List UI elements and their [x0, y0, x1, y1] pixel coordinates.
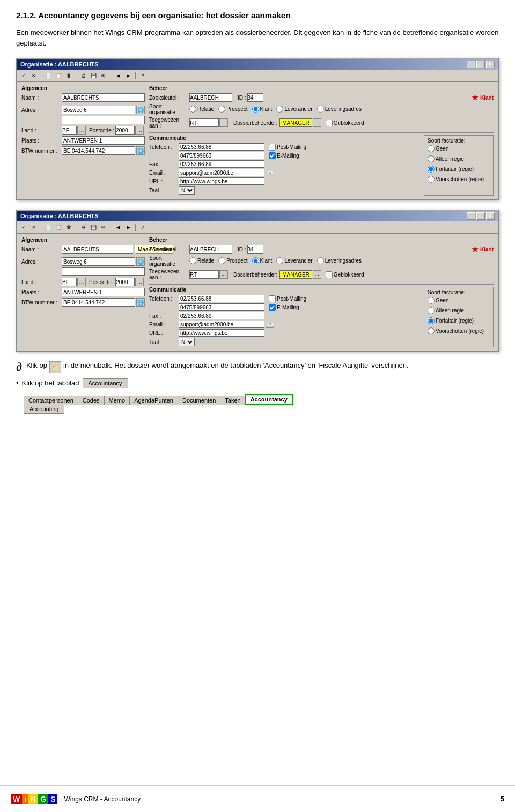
radio-relatie[interactable]: Relatie: [189, 106, 214, 113]
adres-globe-icon[interactable]: 🌐: [136, 106, 145, 114]
toolbar2-delete-icon[interactable]: 🗑: [64, 223, 73, 232]
tab-documenten[interactable]: Documenten: [178, 396, 220, 405]
minimize-button[interactable]: _: [467, 61, 475, 68]
radio-leverancier[interactable]: Leverancier: [276, 106, 312, 113]
toolbar2-help-icon[interactable]: ?: [138, 223, 147, 232]
toolbar2-save-icon[interactable]: 💾: [89, 223, 98, 232]
toolbar2-new-icon[interactable]: 📄: [44, 223, 53, 232]
radio2-leveringsadres[interactable]: Leveringsadres: [317, 257, 362, 264]
post-mailing2-check[interactable]: Post-Mailing: [269, 295, 306, 302]
toolbar-delete-icon[interactable]: 🗑: [64, 71, 73, 80]
tab-agendapunten[interactable]: AgendaPunten: [129, 396, 178, 405]
naam2-input[interactable]: [62, 245, 133, 254]
toolbar2-copy-icon[interactable]: 📋: [54, 223, 63, 232]
geblokkeerd-check[interactable]: Geblokkeerd: [326, 120, 364, 126]
land-input[interactable]: [62, 126, 77, 135]
toolbar-new-icon[interactable]: 📄: [44, 71, 53, 80]
adres2b-globe-icon[interactable]: 🌐: [136, 257, 145, 266]
accountancy-tab-inline[interactable]: Accountancy: [83, 378, 128, 388]
postcode-input[interactable]: [115, 126, 135, 135]
plaats2b-input[interactable]: [62, 288, 145, 296]
radio-forfaitair[interactable]: Forfaitair (regie): [428, 166, 490, 173]
postcode-btn[interactable]: …: [135, 126, 144, 135]
maximize-button[interactable]: □: [476, 61, 485, 68]
url-input[interactable]: [179, 177, 264, 185]
toolbar2-print-icon[interactable]: 🖨: [79, 223, 87, 232]
naam-input[interactable]: [62, 93, 145, 102]
btw2b-input[interactable]: [62, 298, 135, 307]
radio-prospect[interactable]: Prospect: [218, 106, 247, 113]
land-btn[interactable]: …: [77, 126, 86, 135]
toegewezen-input[interactable]: [189, 118, 219, 127]
toolbar-close-icon[interactable]: ✕: [30, 71, 38, 80]
toolbar-save-icon[interactable]: 💾: [89, 71, 98, 80]
tab-taken[interactable]: Taken: [220, 396, 245, 405]
maximize-button-2[interactable]: □: [476, 212, 485, 220]
geblokkeerd-checkbox[interactable]: [326, 120, 333, 126]
toolbar2-close-icon[interactable]: ✕: [30, 223, 38, 232]
taal-select[interactable]: N F E: [179, 186, 195, 195]
e-mailing2-checkbox[interactable]: [269, 304, 276, 311]
tab-bar[interactable]: Contactpersonen Codes Memo AgendaPunten …: [24, 394, 499, 405]
telefoon2-input[interactable]: [179, 295, 264, 302]
radio2-relatie[interactable]: Relatie: [189, 257, 214, 264]
post-mailing2-checkbox[interactable]: [269, 295, 276, 302]
email2-input[interactable]: [179, 321, 264, 328]
radio-leveringsadres[interactable]: Leveringsadres: [317, 106, 362, 113]
land2b-input[interactable]: [62, 278, 77, 286]
email-icon-btn[interactable]: 📧: [266, 169, 274, 176]
toolbar-copy-icon[interactable]: 📋: [54, 71, 63, 80]
tab-codes[interactable]: Codes: [78, 396, 105, 405]
adres-input[interactable]: [62, 106, 135, 114]
toegewezen-btn[interactable]: …: [219, 118, 228, 127]
toolbar-print-icon[interactable]: 🖨: [79, 71, 87, 80]
radio2-leverancier[interactable]: Leverancier: [276, 257, 312, 264]
e-mailing-check[interactable]: E-Mailing: [269, 152, 299, 159]
toolbar-email-icon[interactable]: ✉: [99, 71, 108, 80]
dossier2-btn[interactable]: …: [313, 270, 321, 279]
adres2b2-input[interactable]: [62, 267, 145, 276]
toolbar-check-icon[interactable]: ✓: [19, 71, 28, 80]
post-mailing-check[interactable]: Post-Mailing: [269, 144, 306, 151]
radio2-voorschotten[interactable]: Voorschotten (regie): [428, 327, 490, 334]
btw2b-globe-icon[interactable]: 🌐: [136, 298, 145, 307]
tab-contactpersonen[interactable]: Contactpersonen: [24, 396, 78, 405]
radio2-prospect[interactable]: Prospect: [218, 257, 247, 264]
tab-memo[interactable]: Memo: [104, 396, 130, 405]
fax-input[interactable]: [179, 160, 264, 168]
telefoon-input[interactable]: [179, 143, 264, 151]
close-button[interactable]: ✕: [486, 61, 495, 68]
gsm2-input[interactable]: [179, 303, 264, 311]
radio-voorschotten[interactable]: Voorschotten (regie): [428, 176, 490, 183]
fax2-input[interactable]: [179, 312, 264, 319]
adres2b-input[interactable]: [62, 257, 135, 266]
close-button-2[interactable]: ✕: [486, 212, 495, 220]
toolbar-next-icon[interactable]: ▶: [124, 71, 133, 80]
radio-alleen-regie[interactable]: Alleen regie: [428, 155, 490, 162]
toolbar-prev-icon[interactable]: ◀: [114, 71, 122, 80]
geblokkeerd2-checkbox[interactable]: [326, 271, 333, 278]
e-mailing-checkbox[interactable]: [269, 152, 276, 159]
postcode2b-input[interactable]: [115, 278, 135, 286]
id-input[interactable]: [247, 93, 263, 102]
zoeksleutel2-input[interactable]: [189, 245, 232, 254]
geblokkeerd2-check[interactable]: Geblokkeerd: [326, 271, 364, 278]
radio-geen[interactable]: Geen: [428, 145, 490, 152]
toolbar-help-icon[interactable]: ?: [138, 71, 147, 80]
radio2-geen[interactable]: Geen: [428, 297, 490, 304]
email2-icon-btn[interactable]: 📧: [266, 321, 274, 328]
post-mailing-checkbox[interactable]: [269, 144, 276, 151]
adres2-input[interactable]: [62, 116, 145, 124]
postcode2b-btn[interactable]: …: [135, 278, 144, 286]
dossier-btn[interactable]: …: [313, 118, 321, 127]
toolbar2-next-icon[interactable]: ▶: [124, 223, 133, 232]
radio2-alleen-regie[interactable]: Alleen regie: [428, 307, 490, 314]
toegewezen2-input[interactable]: [189, 270, 219, 279]
e-mailing2-check[interactable]: E-Mailing: [269, 304, 299, 311]
url2-input[interactable]: [179, 329, 264, 337]
tab-accountancy[interactable]: Accountancy: [245, 394, 293, 405]
minimize-button-2[interactable]: _: [467, 212, 475, 220]
radio-klant[interactable]: Klant: [252, 106, 273, 113]
btw-globe-icon[interactable]: 🌐: [136, 146, 145, 155]
gsm-input[interactable]: [179, 152, 264, 159]
